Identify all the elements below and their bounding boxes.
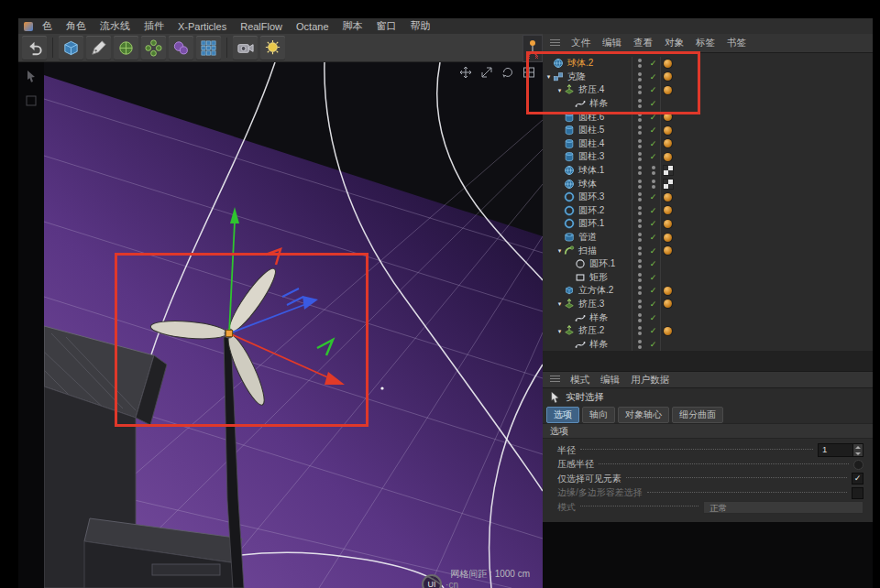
attr-header-模式[interactable]: 模式 [570, 374, 589, 387]
enable-state[interactable]: ✓ [646, 340, 660, 349]
texture-tag[interactable] [664, 180, 673, 189]
undo-button[interactable] [22, 36, 47, 60]
visibility-toggle[interactable] [632, 217, 646, 231]
enable-state[interactable]: ✓ [646, 99, 660, 108]
object-row[interactable]: 矩形✓ [543, 271, 873, 285]
object-row[interactable]: 圆环.3✓ [543, 191, 873, 204]
enable-state[interactable]: ✓ [646, 125, 660, 135]
material-tag[interactable] [664, 72, 672, 81]
enable-state[interactable]: ✓ [646, 139, 660, 148]
visibility-toggle[interactable] [632, 124, 646, 137]
enable-state[interactable] [646, 177, 660, 191]
attribute-grip-icon[interactable] [550, 376, 560, 384]
object-row[interactable]: 球体.2✓ [543, 57, 873, 71]
expand-toggle[interactable]: ▾ [544, 72, 553, 81]
material-tag[interactable] [664, 299, 672, 308]
object-row[interactable]: 管道✓ [543, 231, 873, 245]
visibility-toggle[interactable] [632, 150, 646, 164]
visibility-toggle[interactable] [632, 164, 646, 178]
viewport-canvas[interactable] [44, 62, 543, 588]
visibility-toggle[interactable] [632, 231, 646, 245]
visibility-toggle[interactable] [632, 71, 646, 84]
enable-state[interactable]: ✓ [646, 219, 660, 228]
expand-toggle[interactable]: ▾ [556, 86, 564, 94]
stepper-arrows[interactable] [852, 444, 863, 456]
om-menu-书签[interactable]: 书签 [727, 37, 746, 49]
material-tag[interactable] [664, 60, 672, 68]
om-menu-文件[interactable]: 文件 [571, 37, 590, 49]
menu-item-8[interactable]: 窗口 [377, 19, 397, 33]
object-row[interactable]: 圆柱.4✓ [543, 137, 873, 151]
tab-对象轴心[interactable]: 对象轴心 [618, 407, 669, 423]
visibility-toggle[interactable] [632, 337, 646, 351]
visibility-toggle[interactable] [632, 57, 646, 71]
coordinate-axis-icon[interactable] [522, 35, 543, 62]
visibility-toggle[interactable] [632, 244, 646, 257]
stepper-value[interactable]: 1 [819, 444, 852, 456]
visibility-toggle[interactable] [632, 284, 646, 298]
texture-tag[interactable] [664, 166, 673, 175]
visibility-toggle[interactable] [632, 177, 646, 191]
object-row[interactable]: 立方体.2✓ [543, 284, 873, 298]
subdivision-tool-button[interactable] [114, 36, 138, 60]
visibility-toggle[interactable] [632, 271, 646, 285]
enable-state[interactable]: ✓ [646, 206, 660, 215]
enable-state[interactable]: ✓ [646, 85, 660, 94]
enable-state[interactable]: ✓ [646, 259, 660, 268]
selection-tool-icon[interactable] [22, 67, 40, 85]
material-tag[interactable] [664, 327, 672, 335]
visibility-toggle[interactable] [632, 191, 646, 204]
enable-state[interactable]: ✓ [646, 113, 660, 122]
visibility-toggle[interactable] [632, 324, 646, 338]
grid-tool-button[interactable] [196, 36, 221, 60]
menu-item-5[interactable]: RealFlow [240, 21, 282, 32]
pan-camera-button[interactable] [459, 66, 472, 79]
enable-state[interactable]: ✓ [646, 59, 660, 68]
material-tag[interactable] [664, 287, 672, 295]
object-row[interactable]: 圆柱.6✓ [543, 110, 873, 124]
material-tag[interactable] [664, 206, 672, 214]
visibility-toggle[interactable] [632, 83, 646, 97]
attr-header-用户数据[interactable]: 用户数据 [631, 374, 669, 387]
material-tag[interactable] [664, 86, 672, 94]
menu-item-4[interactable]: X-Particles [178, 21, 226, 32]
visibility-toggle[interactable] [632, 110, 646, 124]
metaball-tool-button[interactable] [169, 36, 193, 60]
checkbox[interactable]: ✓ [852, 473, 864, 485]
object-row[interactable]: 球体.1 [543, 164, 873, 178]
visibility-toggle[interactable] [632, 204, 646, 218]
menu-item-2[interactable]: 流水线 [100, 19, 130, 33]
enable-state[interactable]: ✓ [646, 192, 660, 201]
tab-细分曲面[interactable]: 细分曲面 [672, 407, 723, 423]
enable-state[interactable]: ✓ [646, 246, 660, 256]
menu-item-1[interactable]: 角色 [66, 19, 86, 33]
object-row[interactable]: 圆环.1✓ [543, 217, 873, 231]
enable-state[interactable]: ✓ [646, 152, 660, 161]
object-row[interactable]: ▾挤压.2✓ [543, 324, 873, 338]
material-tag[interactable] [664, 220, 672, 228]
expand-toggle[interactable]: ▾ [556, 327, 564, 335]
object-row[interactable]: 球体 [543, 177, 873, 191]
enable-state[interactable]: ✓ [646, 233, 660, 242]
expand-toggle[interactable]: ▾ [556, 299, 564, 308]
visibility-toggle[interactable] [632, 298, 646, 311]
object-row[interactable]: 圆柱.3✓ [543, 150, 873, 164]
menu-item-9[interactable]: 帮助 [411, 19, 431, 33]
gizmo-origin[interactable] [226, 331, 233, 337]
object-row[interactable]: ▾扫描✓ [543, 244, 873, 257]
enable-state[interactable]: ✓ [646, 299, 660, 309]
menu-item-6[interactable]: Octane [296, 21, 328, 32]
om-menu-标签[interactable]: 标签 [696, 37, 715, 49]
camera-tool-button[interactable] [233, 36, 258, 60]
enable-state[interactable]: ✓ [646, 286, 660, 295]
material-tag[interactable] [664, 126, 672, 135]
visibility-toggle[interactable] [632, 97, 646, 111]
tab-轴向[interactable]: 轴向 [582, 407, 615, 423]
menu-item-3[interactable]: 插件 [144, 19, 164, 33]
object-row[interactable]: 圆环.1✓ [543, 257, 873, 271]
visibility-toggle[interactable] [632, 310, 646, 324]
strip-tool-icon[interactable] [22, 92, 40, 110]
array-tool-button[interactable] [141, 36, 166, 60]
toggle-views-button[interactable] [522, 66, 535, 79]
object-row[interactable]: 圆柱.5✓ [543, 124, 873, 137]
